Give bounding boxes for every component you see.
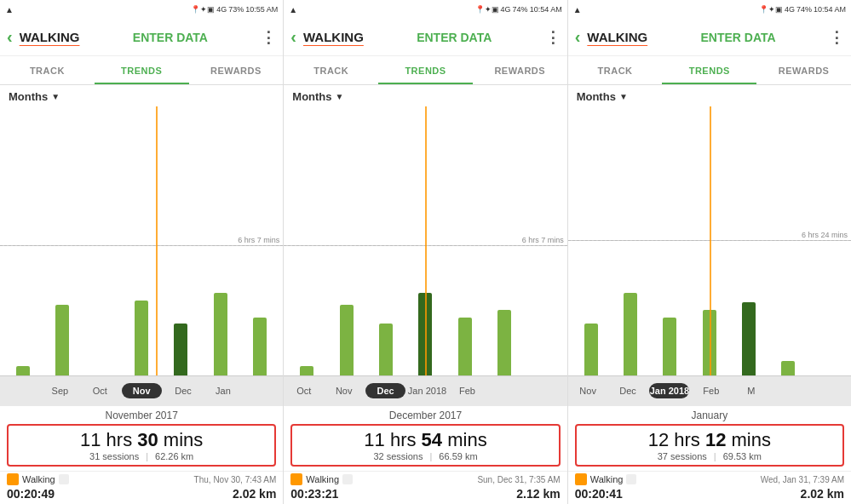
activity-date: Thu, Nov 30, 7:43 AM <box>194 475 277 484</box>
filter-dropdown-icon[interactable]: ▼ <box>336 92 344 101</box>
activity-date: Wed, Jan 31, 7:39 AM <box>761 475 844 484</box>
orange-vertical-line <box>156 106 158 375</box>
x-axis-label-3[interactable]: Nov <box>122 383 162 398</box>
activity-duration: 00:20:41 <box>575 487 623 501</box>
enter-data-button[interactable]: ENTER DATA <box>133 31 208 44</box>
stats-box: 11 hrs 30 mins 31 sessions | 62.26 km <box>7 424 276 467</box>
sessions-count: 31 sessions <box>89 451 139 461</box>
app-title: WALKING <box>587 30 647 44</box>
x-axis: NovDecJan 2018FebM <box>568 375 851 406</box>
separator: | <box>429 451 432 461</box>
tab-trends[interactable]: TRENDS <box>662 56 756 84</box>
enter-data-button[interactable]: ENTER DATA <box>700 31 775 44</box>
x-axis-label-5[interactable]: Jan <box>204 386 244 396</box>
x-axis-label-1[interactable]: Sep <box>40 386 80 396</box>
x-axis-label-2[interactable]: Dec <box>365 383 405 398</box>
activity-label: Walking <box>290 473 353 485</box>
menu-button[interactable]: ⋮ <box>545 28 561 47</box>
bar[interactable] <box>497 310 511 375</box>
x-axis-label-4[interactable]: Dec <box>164 386 204 396</box>
back-button[interactable]: ‹ <box>7 27 13 47</box>
tab-track[interactable]: TRACK <box>568 56 663 84</box>
tab-track[interactable]: TRACK <box>284 56 378 84</box>
time-label: 10:54 AM <box>814 5 846 14</box>
menu-button[interactable]: ⋮ <box>261 28 276 47</box>
network-label: 4G <box>785 5 795 14</box>
x-axis-label-0[interactable]: Nov <box>568 386 608 396</box>
bar-group <box>485 310 524 375</box>
stats-section: January 12 hrs 12 mins 37 sessions | 69.… <box>568 406 851 471</box>
x-axis-label-0[interactable]: Oct <box>284 386 324 396</box>
bar-group <box>3 366 43 375</box>
bar-group <box>327 305 366 375</box>
bar[interactable] <box>584 324 598 375</box>
x-axis-label-1[interactable]: Nov <box>324 386 364 396</box>
filter-row: Months ▼ <box>568 85 851 106</box>
back-button[interactable]: ‹ <box>290 27 296 47</box>
map-icon <box>59 474 69 484</box>
bar-group <box>572 324 611 375</box>
bar[interactable] <box>781 361 795 375</box>
bars-container: 6 hrs 7 mins <box>0 106 283 375</box>
bar[interactable] <box>174 324 187 375</box>
filter-dropdown-icon[interactable]: ▼ <box>51 92 60 101</box>
activity-time-row: 00:20:41 2.02 km <box>568 487 851 504</box>
tab-bar: TRACK TRENDS REWARDS <box>568 56 851 85</box>
bar[interactable] <box>214 293 227 375</box>
network-label: 4G <box>501 5 511 14</box>
tab-trends[interactable]: TRENDS <box>95 56 189 84</box>
bars-container: 6 hrs 24 mins <box>568 106 851 375</box>
x-axis-label-2[interactable]: Jan 2018 <box>649 383 689 398</box>
stats-section: December 2017 11 hrs 54 mins 32 sessions… <box>284 406 566 471</box>
back-button[interactable]: ‹ <box>575 27 581 47</box>
stats-sub: 37 sessions | 69.53 km <box>582 451 837 461</box>
bar[interactable] <box>16 366 30 375</box>
header-left: ‹ WALKING <box>7 27 80 47</box>
stats-period: January <box>575 410 844 421</box>
bar[interactable] <box>458 318 472 375</box>
status-bar: ▲ 📍✦▣ 4G 73% 10:55 AM <box>0 0 283 19</box>
x-axis: OctNovDecJan 2018Feb <box>284 375 566 406</box>
panel-2: ▲ 📍✦▣ 4G 74% 10:54 AM ‹ WALKING ENTER DA… <box>284 0 567 504</box>
recent-activity-header: Walking Sun, Dec 31, 7:35 AM <box>284 471 566 487</box>
bar[interactable] <box>742 302 756 375</box>
separator: | <box>146 451 148 461</box>
activity-time-row: 00:20:49 2.02 km <box>0 487 283 504</box>
x-axis-label-2[interactable]: Oct <box>80 386 120 396</box>
tab-rewards[interactable]: REWARDS <box>756 56 851 84</box>
status-left: ▲ <box>5 5 14 14</box>
bar[interactable] <box>340 305 354 375</box>
bar[interactable] <box>624 293 637 375</box>
bar[interactable] <box>135 301 148 375</box>
x-axis-label-3[interactable]: Jan 2018 <box>407 386 447 396</box>
enter-data-button[interactable]: ENTER DATA <box>417 31 492 44</box>
stats-sub: 32 sessions | 66.59 km <box>297 451 553 461</box>
app-title: WALKING <box>303 30 364 44</box>
filter-dropdown-icon[interactable]: ▼ <box>619 92 628 101</box>
activity-label: Walking <box>575 473 637 485</box>
x-axis-label-4[interactable]: M <box>731 386 771 396</box>
tab-track[interactable]: TRACK <box>0 56 95 84</box>
x-axis-label-1[interactable]: Dec <box>608 386 648 396</box>
bar[interactable] <box>663 318 676 375</box>
stats-box: 11 hrs 54 mins 32 sessions | 66.59 km <box>290 424 560 467</box>
bar[interactable] <box>300 366 313 375</box>
activity-type-text: Walking <box>590 474 624 484</box>
bar[interactable] <box>55 305 69 375</box>
notification-icon: ▲ <box>5 5 14 14</box>
header-left: ‹ WALKING <box>575 27 648 47</box>
status-left: ▲ <box>289 5 297 14</box>
tab-trends[interactable]: TRENDS <box>378 56 473 84</box>
status-right: 📍✦▣ 4G 74% 10:54 AM <box>475 5 562 14</box>
signal-icon: 📍✦▣ <box>475 5 499 14</box>
x-axis-label-4[interactable]: Feb <box>447 386 487 396</box>
menu-button[interactable]: ⋮ <box>829 28 844 47</box>
tab-rewards[interactable]: REWARDS <box>189 56 284 84</box>
bar[interactable] <box>253 318 267 375</box>
bar[interactable] <box>379 324 393 375</box>
x-axis: SepOctNovDecJan <box>0 375 283 406</box>
panel-3: ▲ 📍✦▣ 4G 74% 10:54 AM ‹ WALKING ENTER DA… <box>568 0 851 504</box>
stats-sub: 31 sessions | 62.26 km <box>14 451 269 461</box>
x-axis-label-3[interactable]: Feb <box>691 386 731 396</box>
tab-rewards[interactable]: REWARDS <box>473 56 567 84</box>
